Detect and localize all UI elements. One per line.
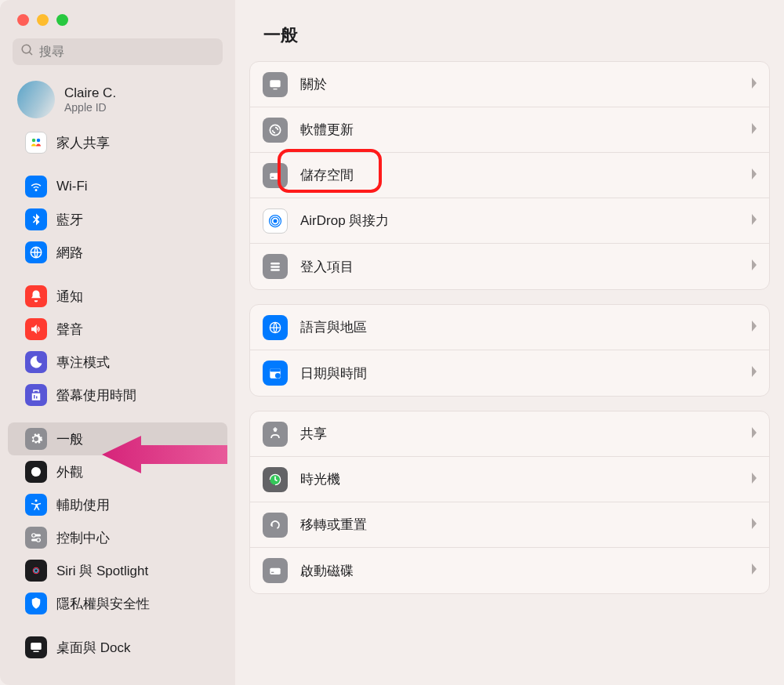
screentime-icon — [25, 384, 47, 406]
siri-icon — [25, 560, 47, 582]
sidebar-item-bluetooth[interactable]: 藍牙 — [8, 203, 227, 236]
row-timemachine[interactable]: 時光機 — [250, 457, 769, 502]
svg-rect-12 — [31, 643, 42, 650]
row-label: 軟體更新 — [300, 121, 738, 139]
svg-point-9 — [31, 565, 42, 576]
accessibility-icon — [25, 494, 47, 516]
svg-rect-15 — [274, 89, 278, 89]
search-field[interactable] — [13, 38, 223, 65]
sidebar-item-label: 控制中心 — [56, 529, 110, 547]
row-label: 時光機 — [300, 470, 738, 488]
sidebar: Claire C. Apple ID 家人共享 Wi-Fi 藍牙 網路 — [0, 0, 235, 685]
startup-icon — [263, 558, 288, 583]
gear-icon — [25, 428, 47, 450]
svg-point-16 — [270, 125, 280, 135]
svg-rect-31 — [270, 568, 280, 574]
chevron-right-icon — [750, 168, 758, 183]
close-window-button[interactable] — [17, 14, 29, 26]
window-controls — [0, 11, 235, 38]
row-language[interactable]: 語言與地區 — [250, 305, 769, 350]
row-update[interactable]: 軟體更新 — [250, 107, 769, 153]
account-name: Claire C. — [64, 85, 116, 101]
sidebar-item-notifications[interactable]: 通知 — [8, 280, 227, 313]
sidebar-item-label: Wi-Fi — [56, 179, 88, 194]
row-storage[interactable]: 儲存空間 — [250, 153, 769, 198]
svg-rect-18 — [271, 176, 274, 177]
svg-point-1 — [37, 139, 41, 143]
bluetooth-icon — [25, 208, 47, 230]
language-icon — [263, 315, 288, 340]
chevron-right-icon — [750, 426, 758, 442]
account-row[interactable]: Claire C. Apple ID — [0, 76, 235, 126]
controlcenter-icon — [25, 527, 47, 549]
sidebar-item-wifi[interactable]: Wi-Fi — [8, 170, 227, 203]
row-airdrop[interactable]: AirDrop 與接力 — [250, 198, 769, 244]
minimize-window-button[interactable] — [37, 14, 49, 26]
sidebar-item-label: 聲音 — [56, 321, 83, 339]
svg-rect-17 — [270, 172, 280, 179]
row-datetime[interactable]: 日期與時間 — [250, 350, 769, 396]
chevron-right-icon — [750, 563, 758, 578]
sidebar-item-label: 通知 — [56, 288, 83, 306]
login-icon — [263, 254, 288, 279]
row-startup[interactable]: 啟動磁碟 — [250, 548, 769, 593]
row-label: 共享 — [300, 425, 738, 443]
desktop-icon — [25, 636, 47, 658]
settings-window: Claire C. Apple ID 家人共享 Wi-Fi 藍牙 網路 — [0, 0, 784, 685]
sidebar-item-family[interactable]: 家人共享 — [8, 126, 227, 159]
row-label: 登入項目 — [300, 258, 738, 276]
chevron-right-icon — [750, 517, 758, 533]
sidebar-item-screentime[interactable]: 螢幕使用時間 — [8, 379, 227, 411]
svg-point-28 — [275, 373, 281, 379]
storage-icon — [263, 163, 288, 188]
group-2: 語言與地區 日期與時間 — [249, 304, 770, 397]
sidebar-item-network[interactable]: 網路 — [8, 236, 227, 269]
group-3: 共享 時光機 移轉或重置 啟動磁碟 — [249, 411, 770, 594]
avatar — [17, 81, 55, 118]
svg-rect-32 — [271, 572, 274, 573]
transfer-icon — [263, 513, 288, 538]
sidebar-item-appearance[interactable]: 外觀 — [8, 455, 227, 488]
sidebar-item-accessibility[interactable]: 輔助使用 — [8, 488, 227, 521]
row-label: 儲存空間 — [300, 166, 738, 184]
datetime-icon — [263, 361, 288, 386]
sidebar-item-focus[interactable]: 專注模式 — [8, 346, 227, 379]
row-login[interactable]: 登入項目 — [250, 244, 769, 289]
account-sub: Apple ID — [64, 101, 116, 114]
svg-point-7 — [32, 534, 36, 538]
sidebar-item-controlcenter[interactable]: 控制中心 — [8, 521, 227, 554]
svg-rect-14 — [270, 80, 280, 87]
chevron-right-icon — [750, 472, 758, 487]
sharing-icon — [263, 422, 288, 447]
network-icon — [25, 241, 47, 263]
row-label: 啟動磁碟 — [300, 562, 738, 580]
row-sharing[interactable]: 共享 — [250, 411, 769, 457]
svg-point-0 — [32, 139, 36, 143]
search-input[interactable] — [39, 45, 215, 59]
page-title: 一般 — [235, 0, 770, 61]
sidebar-item-label: 一般 — [56, 430, 83, 448]
search-icon — [20, 43, 39, 60]
sidebar-item-general[interactable]: 一般 — [8, 422, 227, 455]
zoom-window-button[interactable] — [56, 14, 68, 26]
about-icon — [263, 72, 288, 97]
row-transfer[interactable]: 移轉或重置 — [250, 502, 769, 548]
sidebar-item-label: 外觀 — [56, 463, 83, 481]
airdrop-icon — [263, 208, 288, 234]
sidebar-item-label: 螢幕使用時間 — [56, 386, 136, 404]
row-label: 關於 — [300, 75, 738, 93]
sidebar-item-label: 輔助使用 — [56, 496, 110, 514]
svg-point-19 — [274, 219, 278, 223]
row-label: 語言與地區 — [300, 318, 738, 336]
chevron-right-icon — [750, 259, 758, 274]
row-about[interactable]: 關於 — [250, 62, 769, 107]
sidebar-item-privacy[interactable]: 隱私權與安全性 — [8, 587, 227, 620]
sidebar-item-label: 隱私權與安全性 — [56, 595, 150, 613]
sidebar-item-desktop[interactable]: 桌面與 Dock — [8, 631, 227, 664]
notifications-icon — [25, 285, 47, 307]
sidebar-item-label: 桌面與 Dock — [56, 639, 130, 657]
sidebar-item-siri[interactable]: Siri 與 Spotlight — [8, 554, 227, 587]
wifi-icon — [25, 176, 47, 198]
sidebar-item-sound[interactable]: 聲音 — [8, 313, 227, 346]
sidebar-item-label: Siri 與 Spotlight — [56, 562, 148, 580]
